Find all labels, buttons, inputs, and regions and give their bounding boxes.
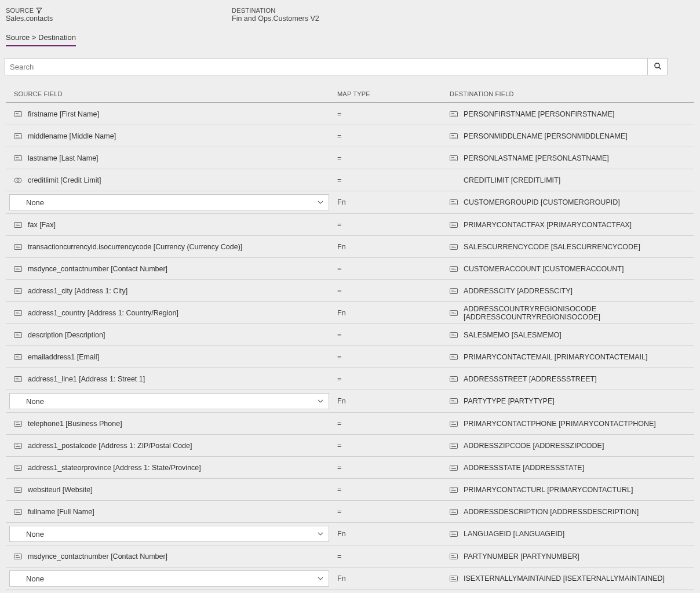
destination-cell: ADDRESSSTATE [ADDRESSSTATE] [450,464,694,472]
destination-field-label: ADDRESSSTATE [ADDRESSSTATE] [464,464,584,472]
table-row[interactable]: fullname [Full Name]=ADDRESSDESCRIPTION … [6,501,694,523]
tab-source-destination[interactable]: Source > Destination [6,33,76,46]
dropdown-label: None [26,574,44,583]
table-row[interactable]: NoneFnCUSTOMERGROUPID [CUSTOMERGROUPID] [6,191,694,214]
table-row[interactable]: description [Description]=SALESMEMO [SAL… [6,324,694,346]
text-field-icon [14,111,22,118]
source-field-label: firstname [First Name] [28,110,99,118]
map-type-cell: = [337,265,450,273]
source-field-label: msdynce_contactnumber [Contact Number] [28,265,167,273]
table-row[interactable]: middlename [Middle Name]=PERSONMIDDLENAM… [6,125,694,147]
table-row[interactable]: creditlimit [Credit Limit]=CREDITLIMIT [… [6,169,694,191]
text-field-icon [14,155,22,162]
destination-field-label: ADDRESSCOUNTRYREGIONISOCODE [ADDRESSCOUN… [464,305,694,321]
table-row[interactable]: NoneFnISEXTERNALLYMAINTAINED [ISEXTERNAL… [6,567,694,590]
map-type-cell: = [337,331,450,339]
text-field-icon [450,530,458,537]
destination-field-label: PERSONMIDDLENAME [PERSONMIDDLENAME] [464,132,628,140]
header: SOURCE Sales.contacts DESTINATION Fin an… [0,0,700,25]
table-row[interactable]: NoneFnPARTYTYPE [PARTYTYPE] [6,390,694,413]
destination-cell: SALESCURRENCYCODE [SALESCURRENCYCODE] [450,243,694,251]
table-body: firstname [First Name]=PERSONFIRSTNAME [… [6,103,694,590]
map-type-cell: Fn [337,397,450,405]
search-button[interactable] [647,59,667,75]
destination-cell: ADDRESSCITY [ADDRESSCITY] [450,287,694,295]
source-label: SOURCE [6,7,232,14]
table-row[interactable]: emailaddress1 [Email]=PRIMARYCONTACTEMAI… [6,346,694,368]
source-cell: None [6,526,337,542]
destination-field-label: ADDRESSCITY [ADDRESSCITY] [464,287,573,295]
map-type-cell: Fn [337,198,450,206]
source-dropdown[interactable]: None [9,570,329,587]
destination-field-label: PARTYNUMBER [PARTYNUMBER] [464,552,579,561]
table-row[interactable]: address1_city [Address 1: City]=ADDRESSC… [6,280,694,302]
map-type-cell: Fn [337,530,450,538]
destination-cell: SALESMEMO [SALESMEMO] [450,331,694,339]
source-cell: fullname [Full Name] [6,508,337,516]
table-row[interactable]: firstname [First Name]=PERSONFIRSTNAME [… [6,103,694,125]
destination-cell: ADDRESSSTREET [ADDRESSSTREET] [450,375,694,383]
text-field-icon [14,508,22,515]
table-row[interactable]: address1_postalcode [Address 1: ZIP/Post… [6,435,694,457]
destination-cell: LANGUAGEID [LANGUAGEID] [450,530,694,538]
map-type-cell: = [337,132,450,140]
filter-icon[interactable] [36,8,42,14]
table-row[interactable]: NoneFnLANGUAGEID [LANGUAGEID] [6,523,694,545]
source-dropdown[interactable]: None [9,526,329,542]
map-type-cell: = [337,375,450,383]
destination-cell: ADDRESSCOUNTRYREGIONISOCODE [ADDRESSCOUN… [450,305,694,321]
destination-cell: CUSTOMERACCOUNT [CUSTOMERACCOUNT] [450,265,694,273]
text-field-icon [14,420,22,427]
map-type-cell: = [337,508,450,516]
map-type-cell: = [337,420,450,428]
col-destination: DESTINATION FIELD [450,90,694,97]
table-row[interactable]: lastname [Last Name]=PERSONLASTNAME [PER… [6,147,694,169]
table-row[interactable]: telephone1 [Business Phone]=PRIMARYCONTA… [6,413,694,435]
chevron-down-icon [317,575,324,582]
text-field-icon [450,420,458,427]
table-row[interactable]: address1_line1 [Address 1: Street 1]=ADD… [6,368,694,390]
destination-field-label: SALESMEMO [SALESMEMO] [464,331,562,339]
table-row[interactable]: msdynce_contactnumber [Contact Number]=C… [6,258,694,280]
destination-cell: PERSONFIRSTNAME [PERSONFIRSTNAME] [450,110,694,118]
table-header: SOURCE FIELD MAP TYPE DESTINATION FIELD [6,85,694,103]
currency-icon [14,177,22,184]
text-field-icon [14,376,22,383]
destination-field-label: CUSTOMERACCOUNT [CUSTOMERACCOUNT] [464,265,624,273]
text-field-icon [450,288,458,294]
destination-cell: PRIMARYCONTACTEMAIL [PRIMARYCONTACTEMAIL… [450,353,694,361]
source-field-label: description [Description] [28,331,105,339]
source-cell: firstname [First Name] [6,110,337,118]
mapping-table: SOURCE FIELD MAP TYPE DESTINATION FIELD … [6,85,694,590]
text-field-icon [450,111,458,118]
table-row[interactable]: address1_stateorprovince [Address 1: Sta… [6,457,694,479]
chevron-down-icon [317,530,324,537]
map-type-cell: = [337,486,450,494]
text-field-icon [14,133,22,140]
source-cell: address1_line1 [Address 1: Street 1] [6,375,337,383]
text-field-icon [450,310,458,316]
table-row[interactable]: msdynce_contactnumber [Contact Number]=P… [6,545,694,567]
destination-cell: ISEXTERNALLYMAINTAINED [ISEXTERNALLYMAIN… [450,574,694,583]
table-row[interactable]: transactioncurrencyid.isocurrencycode [C… [6,236,694,258]
table-row[interactable]: websiteurl [Website]=PRIMARYCONTACTURL [… [6,479,694,501]
text-field-icon [450,575,458,582]
source-cell: None [6,570,337,587]
source-cell: emailaddress1 [Email] [6,353,337,361]
destination-field-label: ADDRESSDESCRIPTION [ADDRESSDESCRIPTION] [464,508,639,516]
source-cell: None [6,393,337,409]
source-cell: address1_country [Address 1: Country/Reg… [6,309,337,317]
source-cell: creditlimit [Credit Limit] [6,176,337,184]
text-field-icon [450,508,458,515]
source-dropdown[interactable]: None [9,194,329,210]
table-row[interactable]: address1_country [Address 1: Country/Reg… [6,302,694,324]
search-wrap [0,46,700,81]
destination-cell: PRIMARYCONTACTPHONE [PRIMARYCONTACTPHONE… [450,420,694,428]
table-row[interactable]: fax [Fax]=PRIMARYCONTACTFAX [PRIMARYCONT… [6,214,694,236]
source-dropdown[interactable]: None [9,393,329,409]
text-field-icon [450,221,458,228]
dropdown-label: None [26,530,44,539]
col-source: SOURCE FIELD [6,90,337,97]
search-input[interactable] [5,59,647,75]
text-field-icon [14,243,22,250]
